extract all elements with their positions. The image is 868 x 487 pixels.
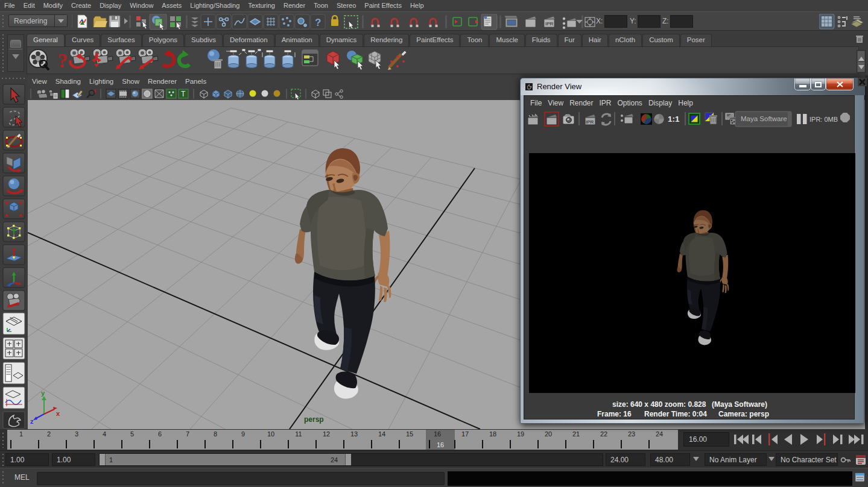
svg-text:20: 20 [545, 430, 552, 438]
svg-text:22: 22 [600, 430, 607, 438]
svg-text:16: 16 [437, 441, 444, 448]
svg-text:1: 1 [19, 430, 23, 438]
svg-text:2: 2 [47, 430, 51, 438]
svg-text:?: ? [57, 49, 68, 72]
svg-text:21: 21 [572, 430, 580, 438]
svg-text:18: 18 [489, 430, 496, 438]
svg-text:23: 23 [628, 430, 635, 438]
svg-text:persp: persp [304, 415, 324, 424]
svg-text:13: 13 [350, 430, 358, 438]
svg-text:z: z [30, 418, 34, 425]
svg-text:7: 7 [186, 430, 189, 438]
svg-text:19: 19 [517, 430, 524, 438]
svg-text:Maya Software: Maya Software [741, 115, 787, 122]
svg-text:24: 24 [656, 430, 663, 438]
svg-text:x: x [56, 410, 60, 417]
svg-text:3: 3 [75, 430, 78, 438]
svg-text:10: 10 [267, 430, 274, 438]
svg-text:IPR: IPR [545, 21, 554, 27]
svg-text:T: T [181, 90, 186, 98]
svg-text:9: 9 [241, 430, 245, 438]
svg-text:y: y [41, 389, 45, 397]
svg-text:IPR: 0MB: IPR: 0MB [809, 116, 838, 123]
svg-text:4: 4 [103, 430, 106, 438]
svg-text:1:1: 1:1 [668, 115, 680, 124]
svg-text:16: 16 [434, 430, 441, 438]
svg-text:5: 5 [130, 430, 134, 438]
svg-text:IPR: IPR [586, 119, 594, 125]
svg-text:6: 6 [158, 430, 162, 438]
svg-text:?: ? [315, 17, 321, 28]
svg-text:15: 15 [406, 430, 413, 438]
svg-text:17: 17 [461, 430, 469, 438]
svg-text:12: 12 [323, 430, 330, 438]
svg-text:11: 11 [295, 430, 302, 438]
svg-text:8: 8 [214, 430, 217, 438]
svg-text:14: 14 [378, 430, 385, 438]
